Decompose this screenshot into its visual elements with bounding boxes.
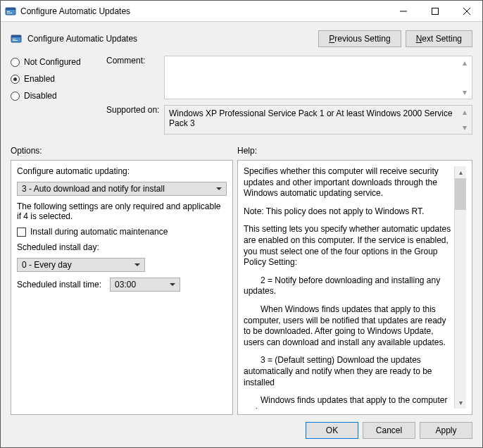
svg-rect-11	[13, 40, 18, 41]
close-button[interactable]	[451, 1, 482, 21]
supported-on-box: Windows XP Professional Service Pack 1 o…	[164, 105, 472, 135]
help-pane: Specifies whether this computer will rec…	[237, 160, 472, 415]
minimize-button[interactable]	[387, 1, 419, 21]
svg-rect-9	[11, 35, 21, 37]
radio-icon	[11, 75, 20, 84]
radio-not-configured[interactable]: Not Configured	[11, 57, 106, 67]
config-row: Not Configured Enabled Disabled Comment:…	[1, 53, 482, 135]
previous-setting-button[interactable]: Previous Setting	[318, 30, 401, 47]
section-labels: Options: Help:	[1, 135, 482, 160]
options-label: Options:	[11, 146, 237, 156]
footer: OK Cancel Apply	[1, 415, 482, 447]
scroll-up-icon[interactable]: ▴	[463, 107, 467, 117]
scroll-down-icon[interactable]: ▾	[463, 87, 467, 97]
svg-rect-1	[6, 8, 15, 10]
svg-rect-2	[7, 11, 10, 12]
scroll-down-icon[interactable]: ▾	[463, 123, 467, 132]
window-title: Configure Automatic Updates	[20, 6, 387, 16]
help-text: Specifies whether this computer will rec…	[244, 166, 454, 409]
install-during-maintenance-checkbox[interactable]: Install during automatic maintenance	[17, 227, 227, 237]
page-title: Configure Automatic Updates	[27, 34, 318, 44]
scroll-up-icon[interactable]: ▴	[455, 166, 466, 178]
comment-textarea[interactable]: ▴▾	[164, 56, 472, 99]
titlebar[interactable]: Configure Automatic Updates	[1, 1, 482, 22]
ok-button[interactable]: OK	[306, 422, 358, 439]
options-note: The following settings are only required…	[17, 201, 227, 221]
radio-icon	[11, 92, 20, 101]
svg-rect-10	[13, 39, 15, 39]
maximize-button[interactable]	[419, 1, 451, 21]
scrollbar-thumb[interactable]	[455, 178, 466, 210]
scroll-up-icon[interactable]: ▴	[463, 58, 467, 68]
help-label: Help:	[237, 146, 257, 156]
supported-on-label: Supported on:	[106, 105, 164, 115]
svg-rect-3	[7, 13, 12, 13]
scheduled-day-select[interactable]: 0 - Every day	[17, 258, 145, 272]
scheduled-time-select[interactable]: 03:00	[110, 278, 180, 292]
scrollbar-track[interactable]	[455, 178, 466, 397]
scheduled-time-label: Scheduled install time:	[17, 280, 101, 290]
scroll-down-icon[interactable]: ▾	[455, 397, 466, 409]
radio-disabled[interactable]: Disabled	[11, 91, 106, 101]
configure-updating-label: Configure automatic updating:	[17, 166, 227, 176]
configure-updating-select[interactable]: 3 - Auto download and notify for install	[17, 182, 227, 196]
svg-rect-5	[432, 8, 438, 14]
apply-button[interactable]: Apply	[420, 422, 472, 439]
policy-icon	[5, 6, 16, 17]
checkbox-icon	[17, 228, 26, 237]
scheduled-day-label: Scheduled install day:	[17, 242, 227, 252]
cancel-button[interactable]: Cancel	[363, 422, 415, 439]
radio-icon	[11, 58, 20, 67]
policy-editor-window: Configure Automatic Updates Configure Au…	[0, 0, 483, 448]
options-pane: Configure automatic updating: 3 - Auto d…	[11, 160, 233, 415]
help-scrollbar[interactable]: ▴ ▾	[454, 166, 466, 409]
header: Configure Automatic Updates Previous Set…	[1, 22, 482, 53]
comment-label: Comment:	[106, 56, 164, 66]
policy-icon	[11, 33, 22, 44]
radio-enabled[interactable]: Enabled	[11, 74, 106, 84]
next-setting-button[interactable]: Next Setting	[406, 30, 472, 47]
